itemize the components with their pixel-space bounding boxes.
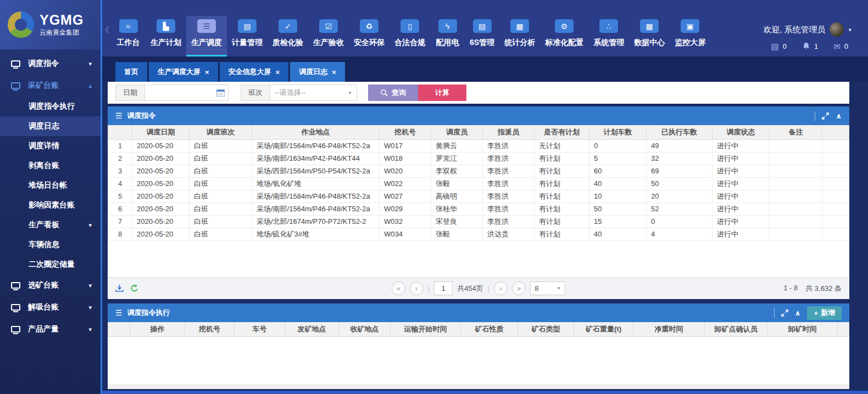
sidebar-item-label: 影响因素台账 (29, 200, 75, 210)
nav-item-13[interactable]: ▦数据中心 (629, 16, 670, 57)
nav-item-10[interactable]: ▦统计分析 (499, 16, 540, 57)
shift-select[interactable]: --请选择-- ▼ (270, 85, 357, 101)
table-cell: 5 (108, 190, 132, 202)
download-icon[interactable] (115, 284, 124, 292)
sidebar-item-4[interactable]: 调度详情 (0, 136, 101, 156)
bell-icon (802, 42, 810, 51)
sidebar-item-10[interactable]: 二次圈定储量 (0, 255, 101, 274)
sidebar-item-13[interactable]: 产品产量▾ (0, 318, 101, 340)
nav-item-12[interactable]: ∴系统管理 (588, 16, 629, 57)
close-icon[interactable]: × (276, 69, 280, 76)
table-cell (822, 202, 849, 215)
task-count[interactable]: ▤ 0 (771, 42, 787, 51)
sidebar-item-6[interactable]: 堆场日台帐 (0, 176, 101, 195)
table-cell: 白班 (190, 165, 252, 177)
sidebar-item-9[interactable]: 车辆信息 (0, 235, 101, 255)
column-header: 已执行车数 (647, 125, 713, 139)
table-cell: 52 (647, 202, 713, 215)
sidebar-item-1[interactable]: 采矿台账▴ (0, 75, 101, 97)
avatar[interactable] (830, 22, 844, 37)
sidebar-item-2[interactable]: 调度指令执行 (0, 97, 101, 116)
sidebar-item-label: 采矿台账 (28, 81, 59, 91)
shield-check-icon: ✓ (279, 19, 297, 33)
sidebar-item-5[interactable]: 剥离台账 (0, 156, 101, 176)
table-row[interactable]: 52020-05-20白班采场/南部/1584m/P46-P48/KT52-2a… (108, 190, 849, 202)
sidebar-item-label: 车辆信息 (29, 240, 59, 250)
book-icon: ▤ (473, 19, 492, 33)
sidebar-item-0[interactable]: 调度指令▾ (0, 53, 101, 75)
shift-select-value: --请选择-- (275, 88, 305, 98)
nav-item-4[interactable]: ✓质检化验 (268, 16, 308, 57)
table-cell: 进行中 (713, 202, 770, 215)
table-row[interactable]: 12020-05-20白班采场/南部/1564m/P46-P48/KT52-2a… (108, 139, 849, 152)
table-cell: 采场/南部/1564m/P46-P48/KT52-2a (252, 139, 380, 152)
nav-item-label: 6S管理 (470, 38, 494, 48)
list-icon: ☰ (115, 112, 123, 120)
nav-item-11[interactable]: ⚙标准化配置 (540, 16, 588, 57)
refresh-icon[interactable] (130, 284, 138, 292)
nav-item-5[interactable]: ☑生产验收 (308, 16, 349, 57)
column-header: 卸矿点确认员 (705, 322, 767, 336)
table-row[interactable]: 42020-05-20白班堆场/氧化矿堆W022张毅李胜洪有计划4050进行中 (108, 177, 849, 190)
tab-1[interactable]: 生产调度大屏× (149, 62, 218, 82)
collapse-panel-icon[interactable]: ∧ (795, 309, 801, 317)
sidebar-item-8[interactable]: 生产看板▾ (0, 215, 101, 235)
nav-item-label: 计量管理 (232, 38, 263, 48)
dispatch-icon: ☰ (197, 19, 216, 33)
date-input[interactable] (145, 85, 229, 101)
last-page-button[interactable]: » (512, 282, 526, 295)
nav-item-3[interactable]: ▤计量管理 (227, 16, 268, 57)
table-row[interactable]: 62020-05-20白班采场/南部/1564m/P46-P48/KT52-2a… (108, 202, 849, 215)
nav-item-14[interactable]: ▣监控大屏 (670, 16, 710, 57)
tab-2[interactable]: 安全信息大屏× (220, 62, 289, 82)
table-cell: W018 (380, 152, 431, 165)
nav-item-7[interactable]: ▯合法合规 (390, 16, 430, 57)
page-size-select[interactable]: 8 ▼ (530, 282, 565, 295)
table-row[interactable]: 32020-05-20白班采场/西部/1564m/P50-P54/KT52-2a… (108, 165, 849, 177)
factory-icon: ▙ (157, 19, 175, 33)
first-page-button[interactable]: « (392, 282, 405, 295)
table-cell: 李胜洪 (483, 177, 535, 190)
notification-count[interactable]: 1 (802, 42, 818, 51)
column-header: 是否有计划 (535, 125, 589, 139)
sidebar-item-label: 选矿台账 (28, 280, 59, 290)
table-row[interactable]: 22020-05-20白班采场/南部/1634m/P42-P46/KT44W01… (108, 152, 849, 165)
sidebar-item-3[interactable]: 调度日志 (0, 116, 101, 136)
nav-item-6[interactable]: ♻安全环保 (349, 16, 390, 57)
next-page-button[interactable]: › (494, 282, 508, 295)
caret-down-icon[interactable]: ▾ (848, 26, 852, 33)
horizontal-scrollbar[interactable] (102, 391, 868, 394)
caret-down-icon: ▾ (88, 326, 92, 333)
sidebar-item-7[interactable]: 影响因素台账 (0, 195, 101, 215)
tab-0[interactable]: 首页 (115, 62, 147, 82)
prev-page-button[interactable]: ‹ (410, 282, 424, 295)
brand-subtitle: 云南黄金集团 (40, 28, 84, 37)
nav-item-8[interactable]: ϟ配用电 (430, 16, 465, 57)
table-row[interactable]: 72020-05-20白班采场/北部/1674m/P70-P72/KT52-2W… (108, 215, 849, 228)
close-icon[interactable]: × (205, 69, 209, 76)
sidebar-collapse-icon[interactable]: ‹ (104, 20, 110, 37)
page-input[interactable] (434, 282, 453, 295)
nav-item-2[interactable]: ☰生产调度 (186, 16, 227, 57)
message-count[interactable]: ✉ 0 (833, 42, 848, 51)
table-row[interactable]: 82020-05-20白班堆场/硫化矿3#堆W034张毅洪达贵有计划404进行中 (108, 228, 849, 240)
nav-item-1[interactable]: ▙生产计划 (146, 16, 186, 57)
calc-button[interactable]: 计算 (418, 85, 466, 101)
nav-item-9[interactable]: ▤6S管理 (465, 16, 499, 57)
search-button[interactable]: 查询 (368, 85, 418, 101)
sidebar-item-12[interactable]: 解吸台账▾ (0, 296, 101, 318)
tab-3[interactable]: 调度日志× (290, 62, 345, 82)
add-button[interactable]: + 新增 (807, 306, 842, 320)
expand-icon[interactable] (781, 309, 788, 317)
column-header: 净重时间 (633, 322, 705, 336)
table-cell: 白班 (190, 177, 252, 190)
close-icon[interactable]: × (332, 69, 336, 76)
table-cell: 2020-05-20 (132, 139, 190, 152)
dispatch-orders-table: 调度日期调度班次作业地点挖机号调度员指派员是否有计划计划车数已执行车数调度状态备… (108, 125, 849, 241)
search-icon (380, 89, 388, 97)
collapse-panel-icon[interactable]: ∧ (836, 112, 842, 120)
sidebar-item-11[interactable]: 选矿台账▾ (0, 274, 101, 296)
column-header: 调度日期 (132, 125, 190, 139)
nav-item-0[interactable]: ≈工作台 (111, 16, 146, 57)
expand-icon[interactable] (822, 112, 829, 120)
